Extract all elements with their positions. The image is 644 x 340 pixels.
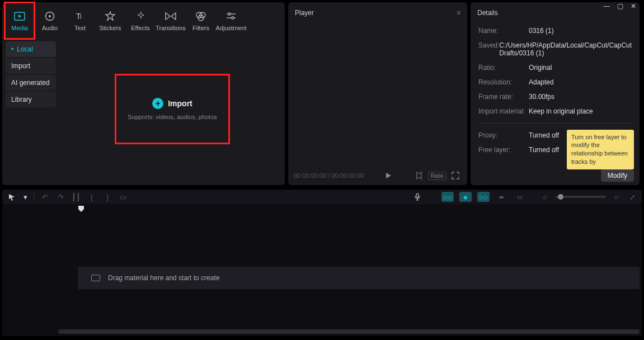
clip-icon [91,275,100,281]
trim-left-icon[interactable]: [ [87,192,97,202]
timeline-drop-hint: Drag material here and start to create [108,274,219,282]
player-timecode: 00:00:00:00 / 00:00:00:00 [294,172,364,179]
plus-icon: + [152,98,163,109]
window-minimize[interactable]: — [601,1,612,11]
player-panel: Player ≡ 00:00:00:00 / 00:00:00:00 Ratio [288,2,467,185]
import-area: + Import Supports: videos, audios, photo… [59,39,285,185]
fullscreen-icon[interactable] [449,169,462,182]
tab-adjustment-label: Adjustment [215,25,246,31]
tab-media-label: Media [11,25,28,31]
preview-icon[interactable]: ▭ [513,192,525,202]
main-top-region: Media Audio TI Text Stickers [0,0,644,185]
play-button[interactable] [382,169,394,182]
text-icon: TI [74,10,86,22]
timeline-ruler[interactable] [78,204,640,215]
filters-icon [195,10,207,22]
media-body: Local Import AI generated Library + Impo… [2,39,285,185]
timeline-drop-strip[interactable]: Drag material here and start to create [78,267,640,289]
svg-marker-1 [18,15,21,18]
mic-icon[interactable] [412,192,422,202]
tab-text-label: Text [74,25,86,31]
zoom-slider[interactable] [556,196,606,198]
zoom-out-icon[interactable]: ○ [540,192,550,202]
import-dropzone[interactable]: + Import Supports: videos, audios, photo… [116,75,228,143]
detail-row-framerate: Frame rate:30.00fps [471,89,640,104]
stickers-icon [104,10,116,22]
tab-transitions[interactable]: Transitions [156,2,186,39]
sidebar-item-import[interactable]: Import [6,58,56,74]
tab-transitions-label: Transitions [156,25,185,31]
player-menu-icon[interactable]: ≡ [457,9,460,17]
sidebar-item-label: Local [17,45,33,53]
media-icon [13,10,26,22]
tab-text[interactable]: TI Text [65,2,95,39]
redo-icon[interactable]: ↷ [55,192,65,202]
svg-point-3 [49,15,51,17]
audio-icon [44,10,56,22]
top-tabs: Media Audio TI Text Stickers [2,2,285,39]
detail-row-saved: Saved:C:/Users/HP/AppData/Local/CapCut/C… [471,38,640,60]
sidebar-item-library[interactable]: Library [6,92,56,107]
detail-row-resolution: Resolution:Adapted [471,75,640,89]
magnet-main-icon[interactable]: ◇◇ [441,192,454,202]
undo-icon[interactable]: ↶ [40,192,50,202]
transitions-icon [164,10,177,22]
timeline-scrollbar[interactable] [58,329,640,334]
selection-tool-icon[interactable] [7,192,17,202]
ratio-button[interactable]: Ratio [428,172,446,180]
adjustment-icon [225,10,237,22]
magnet-track-icon[interactable]: ◆ [459,192,472,202]
tab-audio-label: Audio [42,25,58,31]
svg-marker-16 [386,173,391,178]
detail-row-ratio: Ratio:Original [471,60,640,75]
fit-icon[interactable]: ⤢ [627,192,637,202]
window-maximize[interactable]: ▢ [615,1,625,11]
sidebar-item-local[interactable]: Local [6,41,56,57]
tab-effects[interactable]: Effects [125,2,156,39]
tab-adjustment[interactable]: Adjustment [216,2,246,39]
playhead[interactable] [78,205,84,213]
details-panel: Details Name:0316 (1) Saved:C:/Users/HP/… [471,2,640,185]
tab-audio[interactable]: Audio [35,2,65,39]
delete-icon[interactable]: ▭ [118,192,128,202]
player-controls: 00:00:00:00 / 00:00:00:00 Ratio [288,166,467,185]
sidebar-item-ai[interactable]: AI generated [6,75,56,91]
detail-row-import-material: Import material:Keep in original place [471,104,640,119]
frame-icon[interactable] [413,169,425,182]
svg-rect-17 [417,173,421,178]
svg-point-15 [232,17,234,19]
tab-stickers[interactable]: Stickers [95,2,125,39]
sidebar-item-label: AI generated [11,79,50,87]
sidebar-item-label: Library [11,96,32,103]
player-title: Player [295,9,314,17]
trim-right-icon[interactable]: ] [102,192,112,202]
window-close[interactable]: ✕ [628,1,638,11]
svg-point-13 [228,13,231,15]
tab-filters[interactable]: Filters [186,2,216,39]
import-row: + Import [152,98,192,109]
svg-marker-18 [9,194,15,201]
align-icon[interactable]: ⇹ [495,192,507,202]
svg-marker-6 [106,12,115,20]
tab-media[interactable]: Media [4,2,35,39]
svg-rect-19 [416,193,419,197]
import-title: Import [168,99,192,108]
detail-row-name: Name:0316 (1) [471,23,640,38]
player-header: Player ≡ [288,2,467,23]
media-panel: Media Audio TI Text Stickers [2,2,285,185]
zoom-thumb[interactable] [558,194,563,200]
details-title: Details [477,9,498,17]
free-layer-tooltip: Turn on free layer to modify the relatio… [567,130,634,169]
modify-button[interactable]: Modify [601,169,634,182]
magnet-link-icon[interactable]: ◇◇ [477,192,490,202]
selection-dropdown-icon[interactable]: ▾ [22,192,28,202]
split-icon[interactable]: ┃┃ [71,192,81,202]
svg-marker-7 [166,13,170,20]
sidebar-item-label: Import [11,62,30,70]
zoom-in-icon[interactable]: ○ [612,192,622,202]
svg-text:I: I [80,14,82,20]
media-sidebar: Local Import AI generated Library [2,39,59,185]
timeline-toolbar: ▾ ↶ ↷ ┃┃ [ ] ▭ ◇◇ ◆ ◇◇ ⇹ ▭ ○ ○ ⤢ [2,190,642,204]
window-controls: — ▢ ✕ [596,0,644,12]
tab-stickers-label: Stickers [99,25,121,31]
